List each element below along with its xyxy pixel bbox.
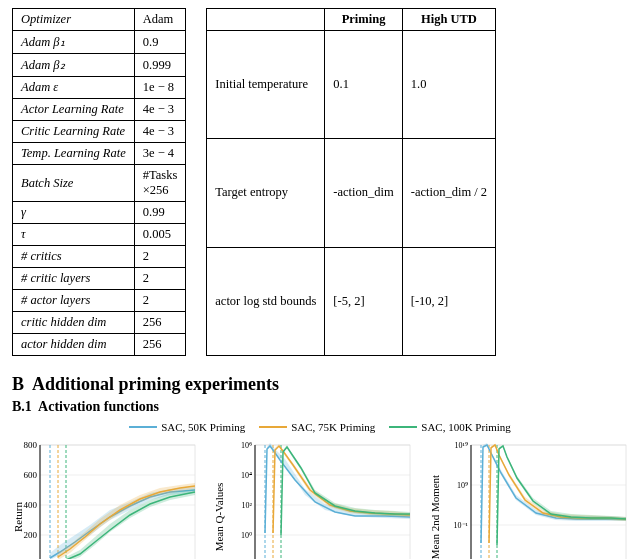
svg-text:10⁶: 10⁶ [241,441,252,450]
qvalues-chart-svg: Mean Q-Values 10⁶ 10⁴ 10² 10⁰ -10² 0 100… [213,437,423,559]
right-table-label: actor log std bounds [207,247,325,355]
left-table-value: 0.005 [134,224,186,246]
left-table-label: Temp. Learning Rate [13,143,135,165]
svg-text:10²: 10² [242,501,253,510]
legend-label: SAC, 75K Priming [291,421,375,433]
hyperparams-table: OptimizerAdamAdam β₁0.9Adam β₂0.999Adam … [12,8,186,356]
left-table-value: 4e − 3 [134,121,186,143]
left-table-value: 256 [134,334,186,356]
legend-item: SAC, 50K Priming [129,421,245,433]
left-table-label: τ [13,224,135,246]
right-table-value: 1.0 [402,31,495,139]
left-table-label: Adam β₁ [13,31,135,54]
right-table-value: -action_dim [325,139,402,247]
right-table-value: 0.1 [325,31,402,139]
left-table-label: Actor Learning Rate [13,99,135,121]
legend-color [389,426,417,428]
svg-rect-0 [40,445,195,559]
left-table-value: Adam [134,9,186,31]
right-table-value: [-5, 2] [325,247,402,355]
left-table-label: # critics [13,246,135,268]
right-table-value: [-10, 2] [402,247,495,355]
charts-row: Return 0 200 400 600 800 0 100 200 [12,437,628,559]
svg-text:10⁰: 10⁰ [241,531,252,540]
moment-ylabel: Mean 2nd Moment [429,475,441,559]
svg-text:10¹⁹: 10¹⁹ [455,441,468,450]
right-table-header-1: Priming [325,9,402,31]
left-table-value: 0.9 [134,31,186,54]
return-chart-svg: Return 0 200 400 600 800 0 100 200 [12,437,207,559]
section-b1-heading: B.1 Activation functions [12,399,628,415]
left-table-label: Critic Learning Rate [13,121,135,143]
svg-text:10⁴: 10⁴ [241,471,252,480]
left-table-value: 0.999 [134,54,186,77]
left-table-label: # actor layers [13,290,135,312]
left-table-label: Adam ε [13,77,135,99]
moment-chart: Mean 2nd Moment 10¹⁹ 10⁹ 10⁻¹ 10⁻¹¹ 0 10… [429,437,639,559]
left-table-value: #Tasks×256 [134,165,186,202]
return-ylabel: Return [12,502,24,532]
legend-label: SAC, 50K Priming [161,421,245,433]
right-table-value: -action_dim / 2 [402,139,495,247]
legend-item: SAC, 100K Priming [389,421,511,433]
left-table-label: actor hidden dim [13,334,135,356]
left-table-value: 2 [134,268,186,290]
right-table-label: Target entropy [207,139,325,247]
left-table-label: γ [13,202,135,224]
qvalues-chart: Mean Q-Values 10⁶ 10⁴ 10² 10⁰ -10² 0 100… [213,437,423,559]
svg-text:200: 200 [24,530,38,540]
svg-text:400: 400 [24,500,38,510]
right-table-label: Initial temperature [207,31,325,139]
svg-text:10⁻¹: 10⁻¹ [454,521,469,530]
right-table-header-0 [207,9,325,31]
left-table-value: 2 [134,290,186,312]
left-table-label: # critic layers [13,268,135,290]
left-table-label: Batch Size [13,165,135,202]
svg-rect-48 [471,445,626,559]
left-table-value: 2 [134,246,186,268]
legend-item: SAC, 75K Priming [259,421,375,433]
left-table-label: Optimizer [13,9,135,31]
return-chart: Return 0 200 400 600 800 0 100 200 [12,437,207,559]
svg-text:600: 600 [24,470,38,480]
qvalues-ylabel: Mean Q-Values [213,483,225,552]
right-table-header-2: High UTD [402,9,495,31]
legend-color [259,426,287,428]
priming-table: Priming High UTD Initial temperature0.11… [206,8,496,356]
left-table-value: 4e − 3 [134,99,186,121]
tables-section: OptimizerAdamAdam β₁0.9Adam β₂0.999Adam … [12,8,628,356]
svg-text:800: 800 [24,440,38,450]
legend-label: SAC, 100K Priming [421,421,511,433]
svg-text:10⁹: 10⁹ [457,481,468,490]
section-b-heading: B Additional priming experiments [12,374,628,395]
legend-color [129,426,157,428]
left-table-label: Adam β₂ [13,54,135,77]
left-table-value: 1e − 8 [134,77,186,99]
left-table-value: 3e − 4 [134,143,186,165]
left-table-value: 0.99 [134,202,186,224]
left-table-value: 256 [134,312,186,334]
moment-chart-svg: Mean 2nd Moment 10¹⁹ 10⁹ 10⁻¹ 10⁻¹¹ 0 10… [429,437,639,559]
left-table-label: critic hidden dim [13,312,135,334]
chart-legend: SAC, 50K PrimingSAC, 75K PrimingSAC, 100… [12,421,628,433]
